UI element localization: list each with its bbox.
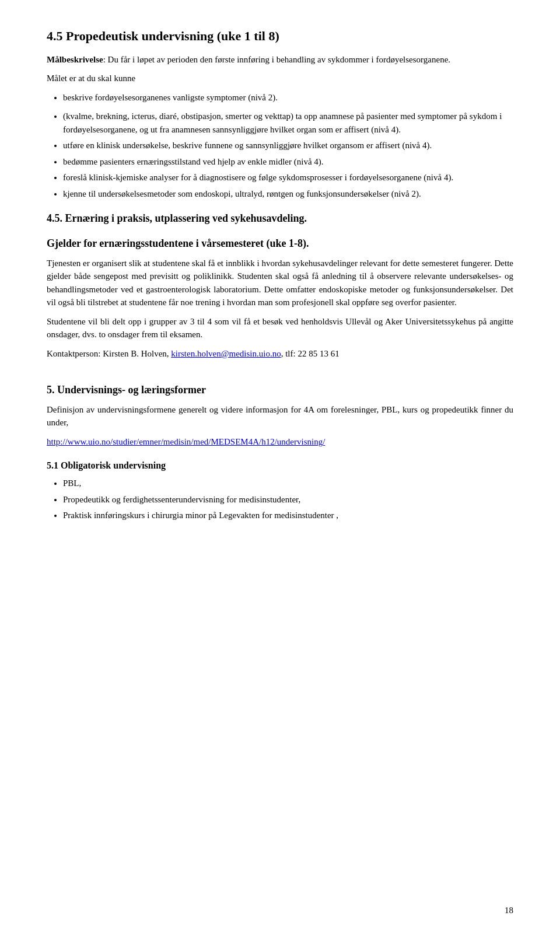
maal-label: Målbeskrivelse (47, 55, 103, 64)
section-45-para2: Studentene vil bli delt opp i grupper av… (47, 315, 513, 341)
maal-goal: Målet er at du skal kunne (47, 72, 513, 85)
maal-intro-text: Du får i løpet av perioden den første in… (108, 55, 450, 64)
section-45-para1: Tjenesten er organisert slik at studente… (47, 257, 513, 309)
bullet-list: (kvalme, brekning, icterus, diaré, obsti… (63, 110, 513, 200)
section-5-link[interactable]: http://www.uio.no/studier/emner/medisin/… (47, 437, 325, 446)
section-5: 5. Undervisnings- og læringsformer Defin… (47, 383, 513, 448)
list-item: Praktisk innføringskurs i chirurgia mino… (63, 509, 513, 522)
maal-intro: Målbeskrivelse: Du får i løpet av period… (47, 53, 513, 67)
list-item: foreslå klinisk-kjemiske analyser for å … (63, 171, 513, 184)
section-5-para: Definisjon av undervisningsformene gener… (47, 403, 513, 429)
page-number: 18 (505, 906, 513, 915)
list-item: (kvalme, brekning, icterus, diaré, obsti… (63, 110, 513, 136)
contact-line: Kontaktperson: Kirsten B. Holven, kirste… (47, 347, 513, 361)
maal-goal-list: beskrive fordøyelsesorganenes vanligste … (63, 91, 513, 104)
section-51-list: PBL, Propedeutikk og ferdighetssenterund… (63, 477, 513, 522)
section-45-title: 4.5. Ernæring i praksis, utplassering ve… (47, 212, 513, 225)
list-item: utføre en klinisk undersøkelse, beskrive… (63, 139, 513, 152)
contact-tlf: , tlf: 22 85 13 61 (281, 349, 340, 358)
section-51-title: 5.1 Obligatorisk undervisning (47, 460, 513, 472)
section-45-subtitle: Gjelder for ernæringsstudentene i vårsem… (47, 237, 513, 250)
section-5-link-para: http://www.uio.no/studier/emner/medisin/… (47, 435, 513, 449)
contact-text: Kontaktperson: Kirsten B. Holven, (47, 349, 169, 358)
list-item: Propedeutikk og ferdighetssenterundervis… (63, 493, 513, 506)
contact-email-link[interactable]: kirsten.holven@medisin.uio.no (171, 349, 281, 358)
list-item: PBL, (63, 477, 513, 490)
list-item: kjenne til undersøkelsesmetoder som endo… (63, 187, 513, 201)
list-item: beskrive fordøyelsesorganenes vanligste … (63, 91, 513, 104)
section-5-title: 5. Undervisnings- og læringsformer (47, 383, 513, 397)
section-5-1: 5.1 Obligatorisk undervisning PBL, Prope… (47, 460, 513, 522)
section-title: 4.5 Propedeutisk undervisning (uke 1 til… (47, 28, 513, 45)
list-item: bedømme pasienters ernæringsstilstand ve… (63, 155, 513, 169)
